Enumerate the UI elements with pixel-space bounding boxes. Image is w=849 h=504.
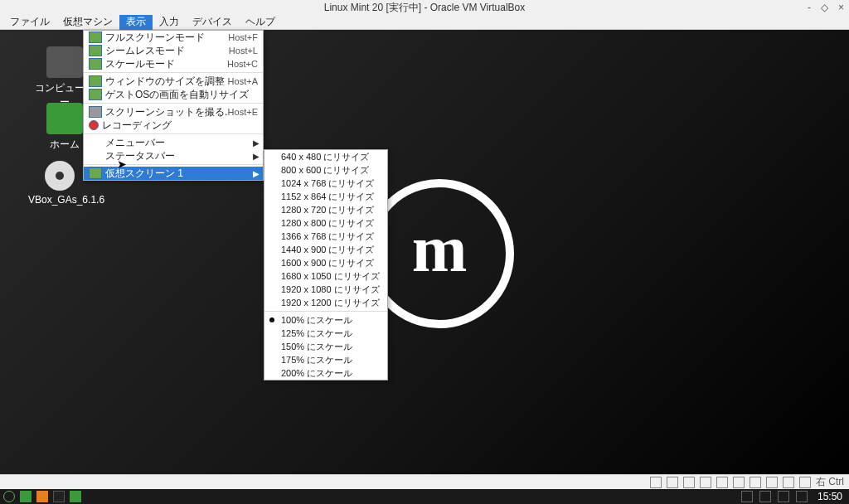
scale-option-4[interactable]: 200% にスケール (264, 366, 387, 380)
computer-icon (46, 46, 83, 78)
view-menu-item-8[interactable]: レコーディング (84, 119, 263, 132)
menu-item-label: スクリーンショットを撮る... (105, 105, 228, 119)
camera-icon (89, 106, 102, 118)
menu-item-label: シームレスモード (105, 44, 229, 58)
view-menu-item-13[interactable]: 仮想スクリーン 1▶ (84, 167, 263, 180)
menu-item-label: レコーディング (102, 119, 258, 133)
view-menu-item-2[interactable]: スケールモードHost+C (84, 57, 263, 70)
tray-icon[interactable] (741, 491, 753, 502)
resize-option-1[interactable]: 800 x 600 にリサイズ (264, 163, 387, 177)
menu-item-label: 仮想スクリーン 1 (105, 167, 258, 181)
clock[interactable]: 15:50 (814, 491, 846, 502)
view-menu-dropdown: フルスクリーンモードHost+FシームレスモードHost+LスケールモードHos… (83, 30, 264, 181)
cpu-icon[interactable] (783, 477, 794, 488)
chevron-right-icon: ▶ (253, 169, 260, 178)
disc-icon (45, 161, 75, 191)
recording-icon[interactable] (766, 477, 778, 488)
screen-icon (89, 45, 102, 56)
screen-icon (89, 89, 102, 100)
resize-option-9[interactable]: 1680 x 1050 にリサイズ (264, 269, 387, 283)
scale-option-2[interactable]: 150% にスケール (264, 340, 387, 353)
menubar-item-4[interactable]: デバイス (186, 14, 239, 30)
menubar-item-3[interactable]: 入力 (153, 14, 186, 30)
view-menu-item-11[interactable]: ステータスバー▶ (84, 149, 263, 162)
resize-option-8[interactable]: 1600 x 900 にリサイズ (264, 256, 387, 269)
display-icon[interactable] (750, 477, 761, 488)
menu-item-label: メニューバー (105, 136, 258, 150)
window-titlebar: Linux Mint 20 [実行中] - Oracle VM VirtualB… (0, 0, 849, 15)
desktop-icon-label: VBox_GAs_6.1.6 (28, 194, 91, 206)
menu-shortcut: Host+L (229, 46, 258, 56)
menubar-item-2[interactable]: 表示 (119, 14, 153, 30)
folder-icon (46, 103, 83, 134)
menubar: ファイル仮想マシン表示入力デバイスヘルプ (0, 15, 849, 30)
window-title: Linux Mint 20 [実行中] - Oracle VM VirtualB… (324, 2, 526, 13)
network-tray-icon[interactable] (759, 491, 771, 502)
menu-item-label: フルスクリーンモード (105, 31, 228, 45)
resize-option-0[interactable]: 640 x 480 にリサイズ (264, 150, 387, 163)
menu-separator (84, 133, 263, 134)
mouse-integration-icon[interactable] (799, 477, 811, 488)
screen-icon (89, 32, 102, 43)
virtual-screen-submenu: 640 x 480 にリサイズ800 x 600 にリサイズ1024 x 768… (264, 149, 388, 380)
scale-option-1[interactable]: 125% にスケール (264, 327, 387, 340)
screen-icon (89, 167, 102, 179)
menu-shortcut: Host+C (227, 59, 258, 69)
radio-selected-icon (269, 317, 274, 322)
chevron-right-icon: ▶ (253, 152, 260, 161)
menu-separator (84, 164, 263, 165)
vbox-statusbar: 右 Ctrl (0, 474, 849, 489)
hdd-icon[interactable] (650, 477, 662, 488)
menu-separator (264, 311, 387, 312)
menu-shortcut: Host+F (228, 32, 258, 42)
network-icon[interactable] (700, 477, 711, 488)
usb-icon[interactable] (716, 477, 728, 488)
view-menu-item-10[interactable]: メニューバー▶ (84, 136, 263, 149)
screen-icon (89, 58, 102, 70)
view-menu-item-1[interactable]: シームレスモードHost+L (84, 44, 263, 57)
firefox-icon[interactable] (36, 491, 48, 502)
rec-icon (89, 120, 99, 130)
resize-option-7[interactable]: 1440 x 900 にリサイズ (264, 243, 387, 256)
menu-shortcut: Host+E (228, 107, 258, 117)
menubar-item-1[interactable]: 仮想マシン (56, 14, 119, 30)
guest-taskbar: 15:50 (0, 489, 849, 504)
menu-item-label: スケールモード (105, 57, 227, 71)
menubar-item-0[interactable]: ファイル (3, 14, 56, 30)
volume-tray-icon[interactable] (778, 491, 789, 502)
files-icon[interactable] (70, 491, 81, 502)
mint-menu-icon[interactable] (3, 491, 15, 502)
screen-icon (89, 75, 102, 87)
scale-option-0[interactable]: 100% にスケール (264, 313, 387, 327)
maximize-icon[interactable]: ◇ (821, 0, 828, 15)
view-menu-item-7[interactable]: スクリーンショットを撮る...Host+E (84, 105, 263, 119)
resize-option-5[interactable]: 1280 x 800 にリサイズ (264, 216, 387, 230)
resize-option-10[interactable]: 1920 x 1080 にリサイズ (264, 283, 387, 296)
menubar-item-5[interactable]: ヘルプ (239, 14, 282, 30)
shared-folder-icon[interactable] (733, 477, 745, 488)
terminal-icon[interactable] (53, 491, 65, 502)
resize-option-6[interactable]: 1366 x 768 にリサイズ (264, 230, 387, 243)
menu-item-label: ステータスバー (105, 149, 258, 163)
resize-option-4[interactable]: 1280 x 720 にリサイズ (264, 203, 387, 216)
view-menu-item-5[interactable]: ゲストOSの画面を自動リサイズ (84, 88, 263, 101)
close-icon[interactable]: × (838, 0, 844, 15)
desktop-icon-vbox-gas[interactable]: VBox_GAs_6.1.6 (28, 161, 91, 206)
minimize-icon[interactable]: - (808, 0, 811, 15)
none-icon (89, 150, 102, 162)
optical-icon[interactable] (667, 477, 678, 488)
menu-item-label: ウィンドウのサイズを調整 (105, 75, 228, 89)
none-icon (89, 137, 102, 148)
audio-icon[interactable] (683, 477, 695, 488)
resize-option-3[interactable]: 1152 x 864 にリサイズ (264, 190, 387, 203)
scale-option-3[interactable]: 175% にスケール (264, 353, 387, 366)
show-desktop-icon[interactable] (20, 491, 32, 502)
chevron-right-icon: ▶ (253, 138, 260, 148)
menu-separator (84, 103, 263, 104)
menu-separator (84, 72, 263, 73)
view-menu-item-0[interactable]: フルスクリーンモードHost+F (84, 31, 263, 44)
view-menu-item-4[interactable]: ウィンドウのサイズを調整Host+A (84, 75, 263, 88)
resize-option-2[interactable]: 1024 x 768 にリサイズ (264, 177, 387, 190)
battery-tray-icon[interactable] (796, 491, 808, 502)
resize-option-11[interactable]: 1920 x 1200 にリサイズ (264, 296, 387, 309)
